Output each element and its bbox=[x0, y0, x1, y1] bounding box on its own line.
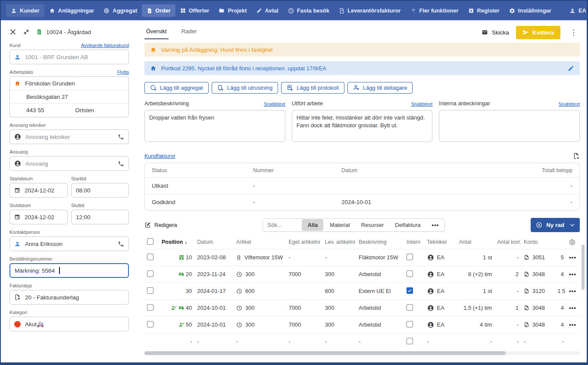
sort-desc-icon[interactable]: ↓ bbox=[185, 239, 187, 245]
intern-checkbox[interactable] bbox=[407, 287, 413, 294]
sluttid-field[interactable]: 12:00 bbox=[71, 210, 129, 224]
snabbtext-link[interactable]: Snabbtext bbox=[264, 101, 285, 107]
header-antal[interactable]: Antal bbox=[457, 236, 495, 249]
ansvarig-field[interactable]: Ansvarig bbox=[9, 156, 129, 171]
header-position[interactable]: Position bbox=[162, 239, 183, 245]
phone-icon[interactable] bbox=[118, 134, 124, 140]
nav-item-anlaggningar[interactable]: Anläggningar bbox=[44, 4, 99, 17]
nav-item-avtal[interactable]: Avtal bbox=[252, 4, 283, 17]
intern-checkbox[interactable] bbox=[407, 338, 413, 344]
redigera-button[interactable]: Redigera bbox=[144, 222, 177, 228]
avvikande-fakturakund-link[interactable]: Avvikande fakturakund bbox=[81, 43, 129, 48]
fakturatyp-field[interactable]: 20 - Fakturaunderlag bbox=[9, 290, 129, 305]
invoice-row[interactable]: Godkänd - 2024-10-01 - bbox=[145, 194, 579, 210]
intern-checkbox[interactable] bbox=[407, 304, 413, 311]
more-actions-icon[interactable]: ⋮ bbox=[567, 27, 580, 38]
row-checkbox[interactable] bbox=[147, 321, 153, 327]
order-row[interactable]: 10 2023-02-08 Viftemotor 15W - - Fläktmo… bbox=[144, 249, 580, 266]
startdatum-field[interactable]: 2024-12-02 bbox=[9, 183, 68, 198]
bestallningsnummer-input[interactable]: Märkning: 5564 bbox=[9, 263, 129, 278]
kvittera-button[interactable]: Kvittera bbox=[516, 26, 560, 39]
horizontal-scrollbar[interactable] bbox=[144, 351, 580, 355]
header-artikel[interactable]: Artikel bbox=[234, 236, 286, 249]
header-intern[interactable]: Intern bbox=[404, 236, 424, 249]
phone-icon[interactable] bbox=[118, 160, 124, 167]
ny-rad-button[interactable]: Ny rad bbox=[531, 218, 580, 232]
row-checkbox[interactable] bbox=[147, 254, 153, 260]
header-tekniker[interactable]: Tekniker bbox=[425, 236, 457, 249]
add-utrustning-button[interactable]: Lägg till utrustning bbox=[212, 82, 278, 94]
table-settings-gear-icon[interactable] bbox=[569, 239, 577, 245]
nav-item-aggregat[interactable]: Aggregat bbox=[99, 4, 142, 17]
add-protokoll-button[interactable]: Lägg till protokoll bbox=[281, 82, 344, 94]
user-menu[interactable]: EA bbox=[565, 4, 588, 17]
chevron-down-icon[interactable] bbox=[570, 223, 575, 227]
close-icon[interactable] bbox=[9, 28, 16, 35]
snabbtext-link[interactable]: Snabbtext bbox=[558, 101, 580, 107]
ansvarig-tekniker-field[interactable]: Ansvarig tekniker bbox=[9, 129, 129, 144]
select-all-checkbox[interactable] bbox=[147, 238, 153, 245]
row-menu-icon[interactable]: ••• bbox=[569, 321, 576, 328]
new-invoice-icon[interactable] bbox=[573, 152, 580, 160]
row-menu-icon[interactable]: ••• bbox=[569, 271, 576, 277]
order-row[interactable]: 50 2024-10-01 300 7000 300 Arbetstid EA … bbox=[144, 316, 580, 333]
nav-item-register[interactable]: Register bbox=[463, 4, 504, 17]
arbetsbeskrivning-textarea[interactable]: Droppar vatten från frysen bbox=[144, 110, 285, 142]
nav-item-installningar[interactable]: Inställningar bbox=[504, 4, 556, 17]
row-checkbox[interactable] bbox=[147, 304, 153, 311]
phone-icon[interactable] bbox=[118, 241, 124, 247]
flytta-link[interactable]: Flytta bbox=[117, 69, 129, 75]
row-checkbox[interactable] bbox=[147, 287, 153, 294]
nav-item-order[interactable]: Order bbox=[142, 4, 175, 17]
snabbtext-link[interactable]: Snabbtext bbox=[411, 101, 433, 107]
row-menu-icon[interactable]: ••• bbox=[569, 254, 576, 261]
utfort-arbete-textarea[interactable]: Hittar inte felet, misstänker att dörr i… bbox=[292, 110, 433, 142]
filter-delfaktura[interactable]: Delfaktura bbox=[389, 219, 426, 231]
order-row[interactable]: 40 2024-10-01 300 7000 300 Arbetstid EA … bbox=[144, 299, 580, 316]
order-row-empty[interactable]: - - - - - - - - - - - bbox=[144, 333, 580, 350]
row-menu-icon[interactable]: ••• bbox=[569, 305, 576, 311]
search-input[interactable] bbox=[263, 219, 301, 231]
arbetsplats-field[interactable]: Förskolan Grunden Besöksgatan 27 443 55 … bbox=[9, 76, 129, 117]
filter-material[interactable]: Material bbox=[324, 219, 355, 231]
invoice-row[interactable]: Utkast - - bbox=[145, 177, 579, 194]
add-deltagare-button[interactable]: Lägg till deltagare bbox=[347, 82, 413, 94]
edit-pencil-icon[interactable] bbox=[568, 65, 574, 72]
intern-checkbox[interactable] bbox=[407, 271, 413, 277]
header-beskrivning[interactable]: Beskrivning bbox=[356, 236, 404, 249]
interna-anteckningar-textarea[interactable] bbox=[439, 110, 580, 142]
nav-item-fler-funktioner[interactable]: Fler funktioner bbox=[406, 4, 463, 17]
intern-checkbox[interactable] bbox=[407, 321, 413, 327]
skicka-button[interactable]: Skicka bbox=[481, 29, 509, 36]
header-datum[interactable]: Datum bbox=[194, 236, 234, 249]
header-antal-korr[interactable]: Antal korr. bbox=[494, 236, 521, 249]
row-checkbox[interactable] bbox=[147, 271, 153, 277]
nav-item-offerter[interactable]: Offerter bbox=[175, 4, 214, 17]
slutdatum-field[interactable]: 2024-12-02 bbox=[9, 210, 68, 224]
kund-field[interactable]: 1001 - BRF Grunden AB bbox=[9, 50, 129, 64]
intern-checkbox[interactable] bbox=[407, 254, 413, 260]
vertical-scrollbar-thumb[interactable] bbox=[582, 245, 585, 290]
kategori-field[interactable]: Akut🚑 bbox=[9, 317, 129, 331]
nav-item-leverantorsfakturor[interactable]: Leverantörsfakturor bbox=[334, 4, 406, 17]
collapse-icon[interactable] bbox=[23, 28, 30, 35]
order-row[interactable]: 30 2024-01-17 600 600 Extern UE El EA 1 … bbox=[144, 283, 580, 299]
nav-item-kunder[interactable]: Kunder bbox=[6, 4, 44, 17]
add-aggregat-button[interactable]: Lägg till aggregat bbox=[144, 82, 209, 94]
filter-alla[interactable]: Alla bbox=[302, 219, 323, 231]
header-eget-artikelnr[interactable]: Eget artikelnr bbox=[286, 236, 322, 249]
order-row[interactable]: 20 2023-11-24 300 7000 300 Arbetstid EA … bbox=[144, 266, 580, 283]
filter-resurser[interactable]: Resurser bbox=[356, 219, 390, 231]
row-menu-icon[interactable]: ••• bbox=[569, 288, 576, 294]
tab-rader[interactable]: Rader bbox=[180, 25, 198, 39]
tab-oversikt[interactable]: Översikt bbox=[144, 25, 169, 39]
header-konto[interactable]: Konto bbox=[521, 236, 555, 249]
kontaktperson-field[interactable]: Anna Eriksson bbox=[9, 236, 129, 251]
more-filters-icon[interactable]: ••• bbox=[426, 219, 445, 231]
horizontal-scrollbar-thumb[interactable] bbox=[144, 351, 506, 355]
header-lev-artikelnr[interactable]: Lev. artikelnr bbox=[322, 236, 356, 249]
starttid-field[interactable]: 08:00 bbox=[71, 183, 129, 198]
kundfakturor-link[interactable]: Kundfakturor bbox=[144, 153, 175, 159]
nav-item-fasta-besok[interactable]: Fasta besök bbox=[283, 4, 334, 17]
nav-item-projekt[interactable]: Projekt bbox=[214, 4, 251, 17]
